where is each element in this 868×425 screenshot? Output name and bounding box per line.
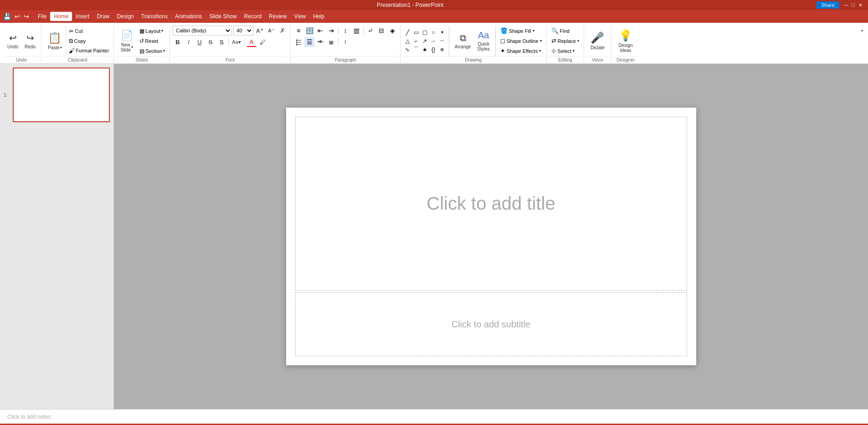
window-close[interactable]: ✕: [858, 2, 863, 8]
slide-subtitle-placeholder[interactable]: Click to add subtitle: [295, 292, 687, 356]
italic-button[interactable]: I: [184, 37, 194, 47]
shape-outline-button[interactable]: ◻ Shape Outline ▾: [498, 36, 544, 45]
arrange-button[interactable]: ⧉ Arrange: [452, 32, 474, 50]
shadow-button[interactable]: S: [216, 37, 226, 47]
copy-label: Copy: [74, 38, 86, 44]
dictate-button[interactable]: 🎤 Dictate: [587, 30, 608, 52]
format-painter-button[interactable]: 🖌 Format Painter: [67, 47, 111, 55]
share-button[interactable]: Share: [817, 1, 839, 9]
justify-button[interactable]: ≣: [326, 37, 336, 47]
callout-tool[interactable]: ⌐: [412, 37, 420, 45]
redo-icon2: ↪: [26, 32, 34, 43]
window-maximize[interactable]: □: [852, 2, 855, 8]
replace-button[interactable]: ⇄ Replace ▾: [550, 36, 581, 45]
slide-thumbnail[interactable]: [13, 67, 110, 122]
quick-styles-icon: Aa: [478, 30, 489, 41]
columns-button[interactable]: ▥: [351, 26, 361, 36]
clear-format-button[interactable]: ✗: [277, 26, 288, 36]
layout-button[interactable]: ▦ Layout ▾: [138, 27, 167, 35]
paste-dropdown-arrow: ▾: [60, 46, 62, 50]
quick-styles-button[interactable]: Aa Quick Styles: [475, 29, 493, 52]
highlight-button[interactable]: 🖊: [257, 37, 267, 47]
more-shapes[interactable]: ▾: [438, 28, 446, 36]
section-button[interactable]: ▤ Section ▾: [138, 47, 167, 55]
decrease-font-button[interactable]: A⁻: [266, 26, 276, 36]
bullets-button[interactable]: ≡: [293, 26, 303, 36]
oval-tool[interactable]: ○: [429, 28, 437, 36]
save-icon[interactable]: 💾: [2, 12, 12, 21]
line-tool[interactable]: ╱: [403, 28, 411, 36]
select-button[interactable]: ⊹ Select ▾: [550, 47, 581, 55]
strikethrough-button[interactable]: S: [205, 37, 216, 47]
rounded-rect-tool[interactable]: ▢: [421, 28, 429, 36]
find-label: Find: [560, 28, 570, 34]
shape-fill-button[interactable]: 🪣 Shape Fill ▾: [498, 26, 544, 35]
notes-bar[interactable]: Click to add notes: [0, 409, 868, 424]
paste-button[interactable]: 📋 Paste ▾: [44, 26, 66, 56]
menu-item-view[interactable]: View: [290, 12, 309, 21]
undo-label: Undo: [7, 44, 18, 49]
undo-button[interactable]: ↩ Undo: [5, 31, 21, 51]
menu-item-help[interactable]: Help: [309, 12, 328, 21]
increase-indent-button[interactable]: ⇥: [326, 26, 336, 36]
design-ideas-button[interactable]: 💡 Design Ideas: [614, 27, 637, 55]
menu-item-draw[interactable]: Draw: [93, 12, 113, 21]
redo-button[interactable]: ↪ Redo: [22, 31, 38, 51]
shape-effects-button[interactable]: ✦ Shape Effects ▾: [498, 47, 544, 55]
slides-row: 📄 New Slide ▾ ▦ Layout ▾ ↺ Reset ▤: [117, 26, 167, 56]
undo-icon[interactable]: ↩: [13, 12, 21, 21]
menu-item-transitions[interactable]: Transitions: [138, 12, 171, 21]
triangle-tool[interactable]: △: [403, 37, 411, 45]
new-slide-button[interactable]: 📄 New Slide ▾: [117, 26, 137, 56]
arrow-tool[interactable]: →: [429, 37, 437, 45]
menu-item-insert[interactable]: Insert: [72, 12, 93, 21]
font-name-select[interactable]: Calibri (Body): [173, 26, 232, 36]
section-icon: ▤: [139, 48, 144, 54]
align-right-button[interactable]: ⬲: [315, 37, 325, 47]
rect-tool[interactable]: ▭: [412, 28, 420, 36]
connector-tool[interactable]: ↗: [421, 37, 429, 45]
text-direction-button[interactable]: ⤶: [365, 26, 375, 36]
reset-button[interactable]: ↺ Reset: [138, 37, 167, 45]
smartart-button[interactable]: ◈: [387, 26, 397, 36]
menu-item-animations[interactable]: Animations: [171, 12, 205, 21]
paragraph-row1: ≡ 🔢 ⇤ ⇥ ↕ ▥ ⤶ ⊟ ◈: [293, 26, 397, 36]
copy-button[interactable]: ⧉ Copy: [67, 36, 111, 46]
col-spacing-button[interactable]: ⁞: [340, 37, 350, 47]
redo-icon[interactable]: ↪: [22, 12, 31, 21]
numbering-button[interactable]: 🔢: [304, 26, 314, 36]
menu-item-review[interactable]: Review: [265, 12, 290, 21]
ribbon-group-title-designer: Designer: [614, 56, 637, 62]
align-text-button[interactable]: ⊟: [376, 26, 386, 36]
bracket-tool[interactable]: {}: [429, 46, 437, 54]
menu-item-record[interactable]: Record: [240, 12, 265, 21]
align-left-button[interactable]: ⬱: [293, 37, 303, 47]
font-size-select[interactable]: 40: [233, 26, 253, 36]
bold-button[interactable]: B: [173, 37, 183, 47]
find-button[interactable]: 🔍 Find: [550, 26, 581, 35]
change-case-button[interactable]: Aa▾: [231, 37, 242, 47]
expand-ribbon-button[interactable]: ⌄: [858, 25, 866, 35]
star-tool[interactable]: ★: [421, 46, 429, 54]
decrease-indent-button[interactable]: ⇤: [315, 26, 325, 36]
slide-canvas[interactable]: Click to add title Click to add subtitle: [286, 108, 696, 365]
underline-button[interactable]: U: [195, 37, 205, 47]
menu-item-design[interactable]: Design: [113, 12, 137, 21]
window-minimize[interactable]: ─: [845, 2, 848, 8]
cut-button[interactable]: ✂ Cut: [67, 27, 111, 36]
font-color-button[interactable]: A: [247, 37, 257, 47]
more-shapes2[interactable]: ⊕: [438, 46, 446, 54]
slide-title-placeholder[interactable]: Click to add title: [295, 117, 687, 290]
shape-fill-label: Shape Fill: [509, 28, 531, 34]
select-label: Select: [558, 48, 572, 54]
align-center-button[interactable]: ☰: [304, 37, 314, 47]
increase-font-button[interactable]: A⁺: [255, 26, 265, 36]
menu-item-home[interactable]: Home: [50, 12, 72, 21]
freeform-tool[interactable]: ∿: [403, 46, 411, 54]
curve-tool[interactable]: ⌒: [412, 46, 420, 54]
shape-more[interactable]: ···: [438, 37, 446, 45]
menu-item-file[interactable]: File: [34, 12, 50, 21]
line-spacing-button[interactable]: ↕: [340, 26, 350, 36]
replace-icon: ⇄: [551, 37, 556, 44]
menu-item-slideshow[interactable]: Slide Show: [205, 12, 240, 21]
